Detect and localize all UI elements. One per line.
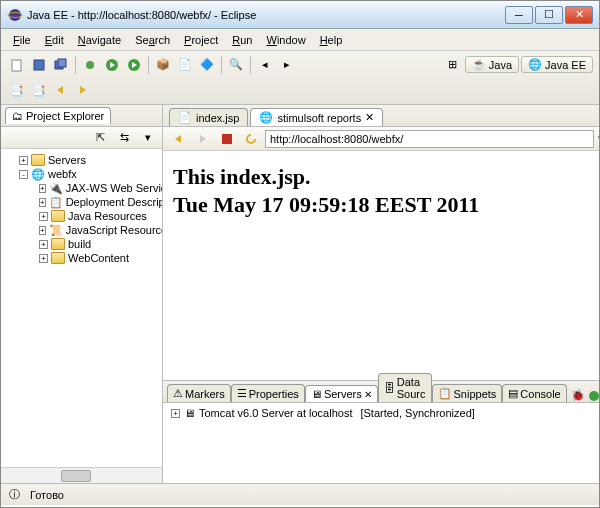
menu-window[interactable]: Window — [260, 32, 311, 48]
menu-file[interactable]: File — [7, 32, 37, 48]
tree-item[interactable]: +build — [1, 237, 162, 251]
page-heading-2: Tue May 17 09:59:18 EEST 2011 — [173, 191, 600, 219]
run-icon[interactable] — [102, 55, 122, 75]
maximize-button[interactable]: ☐ — [535, 6, 563, 24]
bottom-panel: ⚠Markers ☰Properties 🖥Servers ✕ 🗄Data So… — [163, 380, 600, 483]
tab-label: index.jsp — [196, 112, 239, 124]
project-tree[interactable]: +Servers-🌐webfx+🔌JAX-WS Web Services+📋De… — [1, 149, 162, 467]
browser-stop-icon[interactable] — [217, 129, 237, 149]
separator — [148, 56, 149, 74]
menu-navigate[interactable]: Navigate — [72, 32, 127, 48]
svg-rect-3 — [34, 60, 44, 70]
search-icon[interactable]: 🔍 — [226, 55, 246, 75]
folder-icon — [51, 238, 65, 250]
perspective-java[interactable]: ☕Java — [465, 56, 519, 73]
new-server-icon[interactable]: 📦 — [153, 55, 173, 75]
status-icon: ⓘ — [9, 487, 20, 502]
tree-item[interactable]: -🌐webfx — [1, 167, 162, 181]
save-icon[interactable] — [29, 55, 49, 75]
tree-item[interactable]: +📋Deployment Descriptor: s — [1, 195, 162, 209]
folder-icon — [51, 252, 65, 264]
debug-icon[interactable] — [80, 55, 100, 75]
link-editor-icon[interactable]: ⇆ — [114, 128, 134, 148]
tab-snippets[interactable]: 📋Snippets — [432, 384, 503, 402]
tab-markers[interactable]: ⚠Markers — [167, 384, 231, 402]
close-tab-icon[interactable]: ✕ — [365, 111, 374, 124]
window-controls: ─ ☐ ✕ — [505, 6, 593, 24]
project-explorer-view: 🗂 Project Explorer ⇱ ⇆ ▾ +Servers-🌐webfx… — [1, 105, 163, 483]
bottom-tab-row: ⚠Markers ☰Properties 🖥Servers ✕ 🗄Data So… — [163, 381, 600, 403]
open-type-icon[interactable]: 🔷 — [197, 55, 217, 75]
browser-fwd-icon[interactable] — [193, 129, 213, 149]
view-tab-row: 🗂 Project Explorer — [1, 105, 162, 127]
back-history-icon[interactable]: 📑 — [7, 80, 27, 100]
menu-edit[interactable]: Edit — [39, 32, 70, 48]
minimize-button[interactable]: ─ — [505, 6, 533, 24]
start-server-icon[interactable] — [589, 391, 599, 401]
tree-item[interactable]: +Servers — [1, 153, 162, 167]
server-name: Tomcat v6.0 Server at localhost — [199, 407, 352, 419]
svg-point-6 — [86, 61, 94, 69]
annotation-prev-icon[interactable]: ◂ — [255, 55, 275, 75]
menu-run[interactable]: Run — [226, 32, 258, 48]
menu-help[interactable]: Help — [314, 32, 349, 48]
tab-index-jsp[interactable]: 📄 index.jsp — [169, 108, 248, 126]
scrollbar-horizontal[interactable] — [1, 467, 162, 483]
perspective-javaee[interactable]: 🌐Java EE — [521, 56, 593, 73]
nav-back-icon[interactable] — [51, 80, 71, 100]
expand-icon[interactable]: + — [39, 226, 46, 235]
svg-rect-2 — [12, 60, 21, 71]
tab-datasource[interactable]: 🗄Data Sourc — [378, 373, 432, 402]
menu-project[interactable]: Project — [178, 32, 224, 48]
expand-icon[interactable]: + — [171, 409, 180, 418]
new-jsp-icon[interactable]: 📄 — [175, 55, 195, 75]
collapse-all-icon[interactable]: ⇱ — [90, 128, 110, 148]
nav-fwd-icon[interactable] — [73, 80, 93, 100]
tree-item[interactable]: +📜JavaScript Resources — [1, 223, 162, 237]
tree-label: Servers — [48, 154, 86, 166]
close-button[interactable]: ✕ — [565, 6, 593, 24]
expand-icon[interactable]: + — [39, 254, 48, 263]
fwd-history-icon[interactable]: 📑 — [29, 80, 49, 100]
tab-console[interactable]: ▤Console — [502, 384, 566, 402]
run-server-icon[interactable] — [124, 55, 144, 75]
tab-servers[interactable]: 🖥Servers ✕ — [305, 385, 378, 402]
expand-icon[interactable]: + — [19, 156, 28, 165]
expand-icon[interactable]: - — [19, 170, 28, 179]
menu-search[interactable]: Search — [129, 32, 176, 48]
expand-icon[interactable]: + — [39, 198, 46, 207]
save-all-icon[interactable] — [51, 55, 71, 75]
scroll-thumb[interactable] — [61, 470, 91, 482]
tree-item[interactable]: +🔌JAX-WS Web Services — [1, 181, 162, 195]
open-perspective-icon[interactable]: ⊞ — [443, 55, 463, 75]
server-row[interactable]: + 🖥 Tomcat v6.0 Server at localhost [Sta… — [163, 403, 600, 423]
url-field[interactable]: http://localhost:8080/webfx/ — [265, 130, 594, 148]
tree-label: build — [68, 238, 91, 250]
annotation-next-icon[interactable]: ▸ — [277, 55, 297, 75]
tree-label: JAX-WS Web Services — [66, 182, 162, 194]
expand-icon[interactable]: + — [39, 212, 48, 221]
tree-item[interactable]: +WebContent — [1, 251, 162, 265]
jsp-icon: 📄 — [178, 111, 192, 124]
expand-icon[interactable]: + — [39, 184, 46, 193]
tab-properties[interactable]: ☰Properties — [231, 384, 305, 402]
folder-icon — [51, 210, 65, 222]
workbench: 🗂 Project Explorer ⇱ ⇆ ▾ +Servers-🌐webfx… — [1, 105, 599, 483]
expand-icon[interactable]: + — [39, 240, 48, 249]
explorer-icon: 🗂 — [12, 110, 23, 122]
globe-icon: 🌐 — [259, 111, 273, 124]
project-explorer-tab[interactable]: 🗂 Project Explorer — [5, 107, 111, 124]
debug-server-icon[interactable]: 🐞 — [571, 389, 585, 402]
project-explorer-label: Project Explorer — [26, 110, 104, 122]
svg-rect-9 — [222, 134, 232, 144]
svg-rect-5 — [58, 59, 66, 67]
tree-label: WebContent — [68, 252, 129, 264]
tab-stimulsoft[interactable]: 🌐 stimulsoft reports ✕ — [250, 108, 383, 126]
browser-refresh-icon[interactable] — [241, 129, 261, 149]
browser-back-icon[interactable] — [169, 129, 189, 149]
new-icon[interactable] — [7, 55, 27, 75]
globe-icon: 🌐 — [31, 168, 45, 180]
window-title: Java EE - http://localhost:8080/webfx/ -… — [27, 9, 505, 21]
tree-item[interactable]: +Java Resources — [1, 209, 162, 223]
view-menu-icon[interactable]: ▾ — [138, 128, 158, 148]
